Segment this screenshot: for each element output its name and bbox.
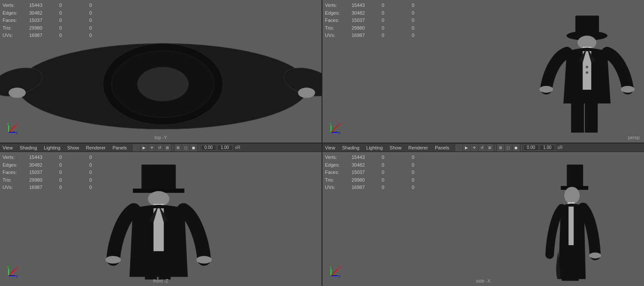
camera-icon-br[interactable]: 🎥 [456,144,462,151]
select-icon-br[interactable]: ▶ [463,144,470,151]
menu-shading-br[interactable]: Shading [341,145,360,150]
menu-lighting-br[interactable]: Lighting [365,145,384,150]
svg-rect-39 [142,164,176,189]
toolbar-icons-bl: 🎥 ▶ ✛ ↺ ⊞ ⊞ ◻ ◼ 0.00 1.00 sR [133,144,241,151]
svg-text:Z: Z [16,131,18,135]
edges-val: 30482 [29,9,51,17]
toolbar-icons-br: 🎥 ▶ ✛ ↺ ⊞ ⊞ ◻ ◼ sR [456,144,564,151]
svg-rect-66 [569,278,579,281]
sep3 [495,145,495,151]
svg-text:X: X [16,265,18,269]
faces-zero1: 0 [59,17,81,24]
stats-top-right: Verts: 15443 0 0 Edges: 30482 0 0 Faces:… [325,2,433,40]
axis-indicator-front: X Y Z [4,265,20,280]
menu-lighting-bl[interactable]: Lighting [43,145,61,150]
menu-panels-br[interactable]: Panels [434,145,450,150]
menu-show-br[interactable]: Show [389,145,403,150]
move-icon-br[interactable]: ✛ [471,144,478,151]
menu-panels-bl[interactable]: Panels [112,145,128,150]
viewport-side[interactable]: View Shading Lighting Show Renderer Pane… [322,143,644,286]
svg-text:Z: Z [338,274,340,278]
scale-input-bl[interactable]: 1.00 [217,145,233,151]
viewport-persp[interactable]: Verts: 15443 0 0 Edges: 30482 0 0 Faces:… [322,0,644,143]
svg-point-48 [106,256,121,264]
side-view-content[interactable]: Verts: 15443 0 0 Edges: 30482 0 0 Faces:… [322,152,644,286]
rotate-input-bl[interactable]: 0.00 [201,145,216,151]
verts-val: 15443 [29,2,51,9]
scale-icon2[interactable]: ⊞ [164,144,171,151]
select-icon[interactable]: ▶ [141,144,148,151]
grid-icon-br[interactable]: ⊞ [497,144,504,151]
menu-view-br[interactable]: View [324,145,336,150]
svg-point-26 [539,86,553,93]
wireframe-icon[interactable]: ◻ [182,144,189,151]
svg-point-64 [589,253,601,259]
menu-view-bl[interactable]: View [2,145,14,150]
front-view-content[interactable]: Verts: 15443 0 0 Edges: 30482 0 0 Faces:… [0,152,322,286]
stats-bottom-right: Verts: 15443 0 0 Edges: 30482 0 0 Faces:… [325,154,433,192]
svg-rect-29 [585,103,598,133]
viewport-label-persp: persp [628,135,640,140]
viewport-label-side: side -X [476,278,490,283]
verts-zero2: 0 [89,2,111,9]
sep4 [521,145,522,151]
stats-top-left: Verts: 15443 0 0 Edges: 30482 0 0 Faces:… [3,2,111,40]
tris-zero1: 0 [59,24,81,32]
sep1 [173,145,173,151]
uvs-label: UVs: [3,32,21,40]
viewport-top[interactable]: Verts: 15443 0 0 Edges: 30482 0 0 Faces:… [0,0,322,143]
toolbar-bottom-left: View Shading Lighting Show Renderer Pane… [0,143,322,152]
four-panel-layout: Verts: 15443 0 0 Edges: 30482 0 0 Faces:… [0,0,644,286]
svg-text:X: X [338,122,341,126]
rotate-icon2[interactable]: ↺ [156,144,163,151]
solid-icon-br[interactable]: ◼ [513,144,519,151]
tris-val: 29980 [29,24,51,32]
svg-text:Y: Y [329,265,332,269]
svg-text:Z: Z [16,274,18,278]
viewport-front[interactable]: View Shading Lighting Show Renderer Pane… [0,143,322,286]
menu-show-bl[interactable]: Show [67,145,80,150]
menu-bottom-right: View Shading Lighting Show Renderer Pane… [324,145,450,150]
svg-point-61 [564,187,580,204]
axis-indicator-side: X Y Z [327,265,342,280]
svg-point-49 [196,256,212,264]
edges-zero1: 0 [59,9,81,17]
grid-icon[interactable]: ⊞ [175,144,182,151]
svg-text:X: X [16,122,18,126]
svg-line-9 [9,125,15,132]
verts-label: Verts: [3,2,21,9]
uvs-val: 16987 [29,32,51,40]
axis-indicator-top: X Y Z [4,121,20,137]
viewport-label-top: top -Y [155,135,167,140]
move-icon[interactable]: ✛ [149,144,155,151]
uvs-zero2: 0 [89,32,111,40]
sep2 [199,145,199,151]
svg-line-67 [331,269,338,276]
menu-shading-bl[interactable]: Shading [19,145,38,150]
svg-point-30 [586,66,588,68]
svg-point-27 [621,86,635,93]
stats-bottom-left: Verts: 15443 0 0 Edges: 30482 0 0 Faces:… [3,154,111,192]
uvs-zero1: 0 [59,32,81,40]
scale-icon-br[interactable]: ⊞ [486,144,493,151]
svg-text:X: X [338,265,341,269]
svg-line-52 [9,269,15,276]
svg-text:Z: Z [338,131,340,135]
tris-label: Tris: [3,24,21,32]
svg-rect-28 [571,103,584,133]
mode-label-br: sR [557,145,564,150]
rotate-input-br[interactable] [523,145,539,151]
axis-indicator-persp: X Y Z [327,121,342,137]
scale-input-br[interactable] [540,145,555,151]
faces-label: Faces: [3,17,21,24]
svg-line-32 [331,125,338,132]
menu-renderer-br[interactable]: Renderer [407,145,429,150]
svg-rect-63 [568,207,574,245]
camera-icon[interactable]: 🎥 [133,144,140,151]
edges-zero2: 0 [89,9,111,17]
rotate-icon-br[interactable]: ↺ [479,144,486,151]
menu-renderer-bl[interactable]: Renderer [85,145,106,150]
solid-icon[interactable]: ◼ [190,144,197,151]
wireframe-icon-br[interactable]: ◻ [505,144,512,151]
svg-rect-59 [567,164,583,187]
